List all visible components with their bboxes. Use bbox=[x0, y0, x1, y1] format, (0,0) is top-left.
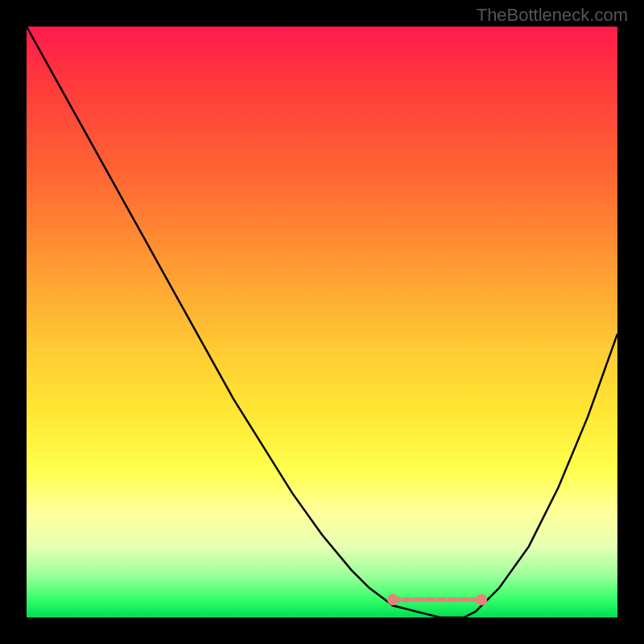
svg-point-2 bbox=[476, 594, 487, 605]
chart-svg bbox=[27, 27, 617, 617]
svg-point-1 bbox=[387, 594, 398, 605]
bottleneck-curve bbox=[27, 27, 617, 617]
watermark-text: TheBottleneck.com bbox=[477, 5, 628, 26]
optimal-zone-markers bbox=[387, 594, 487, 605]
